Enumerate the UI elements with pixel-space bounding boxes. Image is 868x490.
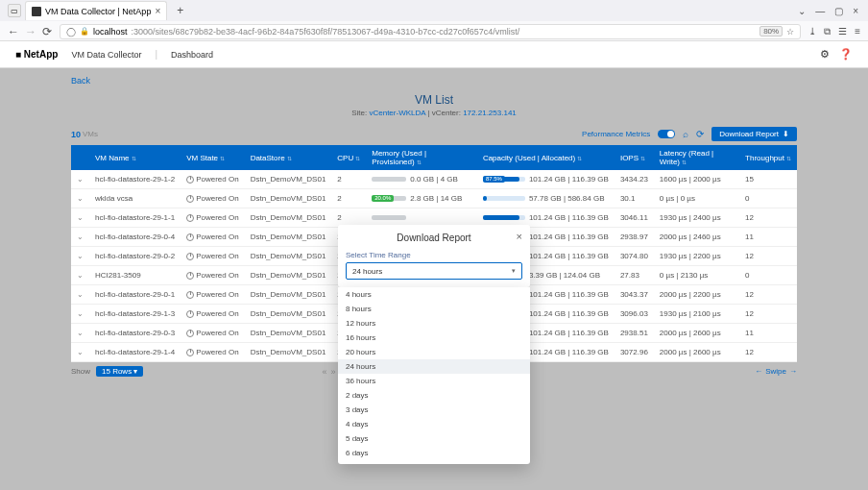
refresh-icon[interactable]: ⟳: [696, 129, 704, 139]
time-range-dropdown[interactable]: 4 hours8 hours12 hours16 hours20 hours24…: [338, 287, 530, 464]
throughput: 12: [739, 305, 797, 324]
time-range-option[interactable]: 24 hours: [338, 359, 530, 374]
vm-name: hcl-fio-datastore-29-1-1: [89, 208, 181, 228]
time-range-option[interactable]: 7 days: [338, 460, 530, 464]
maximize-icon[interactable]: ▢: [834, 6, 843, 16]
url-path: :3000/sites/68c79b82-be38-4acf-96b2-84a7…: [132, 27, 520, 37]
expand-row-icon[interactable]: ⌄: [77, 271, 84, 280]
reload-icon[interactable]: ⟳: [42, 25, 52, 38]
perf-metrics-toggle[interactable]: [658, 130, 675, 138]
page-prev-icon[interactable]: «: [322, 367, 326, 377]
back-icon[interactable]: ←: [8, 25, 19, 38]
settings-icon[interactable]: ⚙: [820, 48, 830, 61]
time-range-select[interactable]: 24 hours ▾: [346, 262, 522, 280]
datastore: Dstn_DemoVM_DS01: [245, 343, 332, 362]
vm-state: Powered On: [181, 305, 244, 324]
download-report-button[interactable]: Download Report ⬇: [711, 127, 797, 141]
time-range-option[interactable]: 2 days: [338, 388, 530, 403]
back-link[interactable]: Back: [71, 76, 797, 86]
modal-close-icon[interactable]: ×: [517, 231, 522, 242]
vm-state: Powered On: [181, 170, 244, 189]
column-header[interactable]: Throughput⇅: [739, 145, 797, 170]
datastore: Dstn_DemoVM_DS01: [245, 324, 332, 343]
column-header[interactable]: IOPS⇅: [615, 145, 654, 170]
expand-row-icon[interactable]: ⌄: [77, 309, 84, 318]
time-range-option[interactable]: 6 days: [338, 446, 530, 460]
time-range-option[interactable]: 8 hours: [338, 302, 530, 316]
tab-bar: ▭ VM Data Collector | NetApp × + ⌄ — ▢ ×: [0, 0, 868, 21]
account-icon[interactable]: ☰: [838, 26, 847, 37]
vm-name: hcl-fio-datastore-29-1-2: [89, 170, 181, 189]
iops: 3074.80: [615, 247, 654, 266]
vm-name: hcl-fio-datastore-29-0-1: [89, 285, 181, 305]
expand-row-icon[interactable]: ⌄: [77, 233, 84, 241]
vm-state: Powered On: [181, 208, 244, 228]
help-icon[interactable]: ❓: [839, 48, 853, 61]
time-range-option[interactable]: 20 hours: [338, 345, 530, 359]
expand-row-icon[interactable]: ⌄: [77, 213, 84, 222]
iops: 3434.23: [615, 170, 654, 189]
zoom-badge[interactable]: 80%: [760, 26, 783, 37]
chevron-down-icon: ▾: [512, 267, 516, 275]
time-range-option[interactable]: 5 days: [338, 431, 530, 446]
column-header[interactable]: VM Name⇅: [89, 145, 181, 170]
url-field[interactable]: ◯ 🔒 localhost:3000/sites/68c79b82-be38-4…: [60, 24, 801, 39]
iops: 2938.51: [615, 324, 654, 343]
column-header[interactable]: Capacity (Used | Allocated)⇅: [477, 145, 615, 170]
minimize-icon[interactable]: —: [815, 6, 825, 16]
site-link[interactable]: vCenter-WKLDA: [369, 109, 425, 117]
rows-select[interactable]: 15 Rows ▾: [96, 366, 143, 377]
throughput: 12: [739, 343, 797, 362]
power-icon: [186, 349, 194, 356]
time-range-option[interactable]: 16 hours: [338, 331, 530, 345]
modal-title: Download Report: [397, 233, 470, 243]
page-next-icon[interactable]: »: [330, 367, 335, 377]
time-range-option[interactable]: 4 hours: [338, 287, 530, 302]
tab-close-icon[interactable]: ×: [155, 6, 160, 16]
vm-name: hcl-fio-datastore-29-0-2: [89, 247, 181, 266]
menu-icon[interactable]: ≡: [855, 26, 860, 37]
new-tab-button[interactable]: +: [177, 4, 183, 17]
expand-row-icon[interactable]: ⌄: [77, 290, 84, 299]
browser-tab[interactable]: VM Data Collector | NetApp ×: [25, 1, 167, 20]
pagination: « »: [322, 367, 335, 377]
column-header[interactable]: VM State⇅: [181, 145, 244, 170]
vm-name: HCI281-3509: [89, 266, 181, 285]
time-range-option[interactable]: 4 days: [338, 417, 530, 431]
vcenter-link[interactable]: 172.21.253.141: [463, 109, 517, 117]
cpu: 2: [331, 189, 366, 208]
url-bar: ← → ⟳ ◯ 🔒 localhost:3000/sites/68c79b82-…: [0, 21, 868, 41]
extension-icon[interactable]: ⧉: [824, 26, 831, 37]
expand-row-icon[interactable]: ⌄: [77, 329, 84, 337]
time-range-option[interactable]: 3 days: [338, 403, 530, 417]
power-icon: [186, 195, 194, 203]
chevron-down-icon[interactable]: ⌄: [798, 6, 806, 16]
expand-row-icon[interactable]: ⌄: [77, 252, 84, 260]
time-range-option[interactable]: 12 hours: [338, 316, 530, 331]
forward-icon[interactable]: →: [25, 25, 36, 38]
column-header[interactable]: Latency (Read | Write)⇅: [654, 145, 739, 170]
expand-row-icon[interactable]: ⌄: [77, 175, 84, 184]
iops: 27.83: [615, 266, 654, 285]
download-icon[interactable]: ⤓: [808, 26, 816, 37]
memory: 0.0 GB | 4 GB: [366, 170, 477, 189]
tab-title: VM Data Collector | NetApp: [45, 7, 151, 16]
star-icon[interactable]: ☆: [786, 27, 794, 37]
latency: 2000 µs | 2200 µs: [654, 285, 739, 305]
power-icon: [186, 233, 194, 241]
power-icon: [186, 330, 194, 337]
app-name[interactable]: VM Data Collector: [71, 50, 141, 60]
breadcrumb[interactable]: Dashboard: [171, 50, 213, 60]
time-range-option[interactable]: 36 hours: [338, 374, 530, 388]
cpu: 2: [331, 170, 366, 189]
vm-count-label: VMs: [83, 130, 98, 138]
column-header[interactable]: [71, 145, 89, 170]
expand-row-icon[interactable]: ⌄: [77, 194, 84, 203]
close-window-icon[interactable]: ×: [853, 6, 858, 16]
column-header[interactable]: DataStore⇅: [245, 145, 332, 170]
expand-row-icon[interactable]: ⌄: [77, 348, 84, 356]
search-icon[interactable]: ⌕: [683, 129, 688, 139]
column-header[interactable]: CPU⇅: [331, 145, 366, 170]
column-header[interactable]: Memory (Used | Provisioned)⇅: [366, 145, 477, 170]
power-icon: [186, 310, 194, 318]
